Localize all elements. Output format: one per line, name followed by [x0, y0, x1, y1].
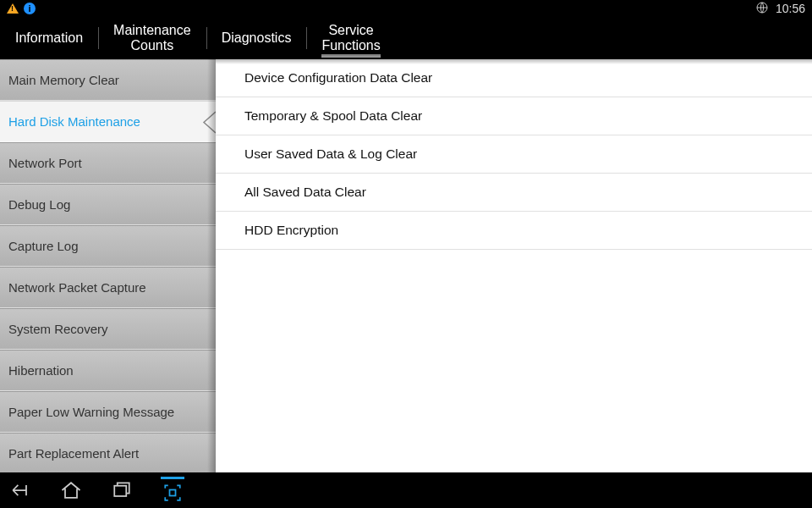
sidebar-item-network-port[interactable]: Network Port	[0, 142, 216, 184]
sidebar-item-label: Debug Log	[8, 197, 70, 212]
tab-diagnostics[interactable]: Diagnostics	[206, 17, 307, 59]
sidebar-item-main-memory-clear[interactable]: Main Memory Clear	[0, 59, 216, 101]
status-bar: i 10:56	[0, 0, 812, 17]
detail-item-all-saved-data-clear[interactable]: All Saved Data Clear	[216, 174, 812, 212]
tab-label: Maintenance	[113, 23, 191, 38]
back-button[interactable]	[8, 478, 32, 502]
svg-rect-1	[114, 486, 126, 496]
info-icon: i	[24, 3, 36, 14]
detail-item-label: All Saved Data Clear	[244, 185, 366, 199]
tab-label: Service	[328, 23, 373, 38]
sidebar-item-label: Hibernation	[8, 363, 74, 378]
content-row: Main Memory Clear Hard Disk Maintenance …	[0, 59, 812, 472]
sidebar-item-label: Hard Disk Maintenance	[8, 114, 140, 129]
tab-service-functions[interactable]: Service Functions	[306, 17, 395, 59]
sidebar-item-label: Network Port	[8, 156, 82, 170]
svg-rect-2	[170, 489, 176, 495]
sidebar-item-label: Capture Log	[8, 239, 79, 253]
status-left-group: i	[7, 3, 36, 14]
sidebar-item-label: Main Memory Clear	[8, 73, 119, 87]
detail-item-user-saved-data-log-clear[interactable]: User Saved Data & Log Clear	[216, 135, 812, 174]
tab-label: Counts	[131, 38, 174, 53]
tab-label: Diagnostics	[222, 30, 292, 46]
detail-item-label: Temporary & Spool Data Clear	[244, 108, 422, 123]
tab-information[interactable]: Information	[0, 17, 98, 59]
detail-item-label: Device Configuration Data Clear	[244, 70, 432, 85]
home-button[interactable]	[59, 478, 83, 502]
warning-icon	[7, 3, 19, 14]
sidebar-item-hard-disk-maintenance[interactable]: Hard Disk Maintenance	[0, 101, 216, 142]
sidebar-item-capture-log[interactable]: Capture Log	[0, 225, 216, 267]
chevron-left-icon	[199, 102, 216, 141]
detail-item-hdd-encryption[interactable]: HDD Encryption	[216, 212, 812, 250]
recent-apps-button[interactable]	[110, 478, 134, 502]
top-tabs: Information Maintenance Counts Diagnosti…	[0, 17, 812, 59]
sidebar: Main Memory Clear Hard Disk Maintenance …	[0, 59, 216, 472]
status-right-group: 10:56	[755, 1, 805, 17]
clock: 10:56	[776, 2, 805, 15]
detail-item-label: HDD Encryption	[244, 223, 338, 237]
detail-item-label: User Saved Data & Log Clear	[244, 146, 417, 161]
sidebar-item-debug-log[interactable]: Debug Log	[0, 184, 216, 225]
detail-item-temporary-spool-data-clear[interactable]: Temporary & Spool Data Clear	[216, 97, 812, 135]
tab-maintenance-counts[interactable]: Maintenance Counts	[98, 17, 206, 59]
sidebar-item-label: Paper Low Warning Message	[8, 405, 174, 419]
scan-button[interactable]	[161, 477, 184, 505]
navigation-bar	[0, 472, 812, 508]
sidebar-item-part-replacement-alert[interactable]: Part Replacement Alert	[0, 433, 216, 472]
tabs-spacer	[396, 17, 812, 59]
detail-item-device-config-data-clear[interactable]: Device Configuration Data Clear	[216, 59, 812, 97]
tab-label: Functions	[321, 38, 380, 53]
globe-icon	[755, 1, 769, 17]
detail-list: Device Configuration Data Clear Temporar…	[216, 59, 812, 472]
sidebar-item-system-recovery[interactable]: System Recovery	[0, 308, 216, 350]
sidebar-item-paper-low-warning-message[interactable]: Paper Low Warning Message	[0, 391, 216, 433]
sidebar-item-label: System Recovery	[8, 322, 108, 336]
sidebar-item-network-packet-capture[interactable]: Network Packet Capture	[0, 267, 216, 308]
sidebar-item-hibernation[interactable]: Hibernation	[0, 350, 216, 391]
sidebar-item-label: Part Replacement Alert	[8, 446, 139, 461]
sidebar-item-label: Network Packet Capture	[8, 280, 146, 295]
tab-label: Information	[15, 30, 83, 46]
